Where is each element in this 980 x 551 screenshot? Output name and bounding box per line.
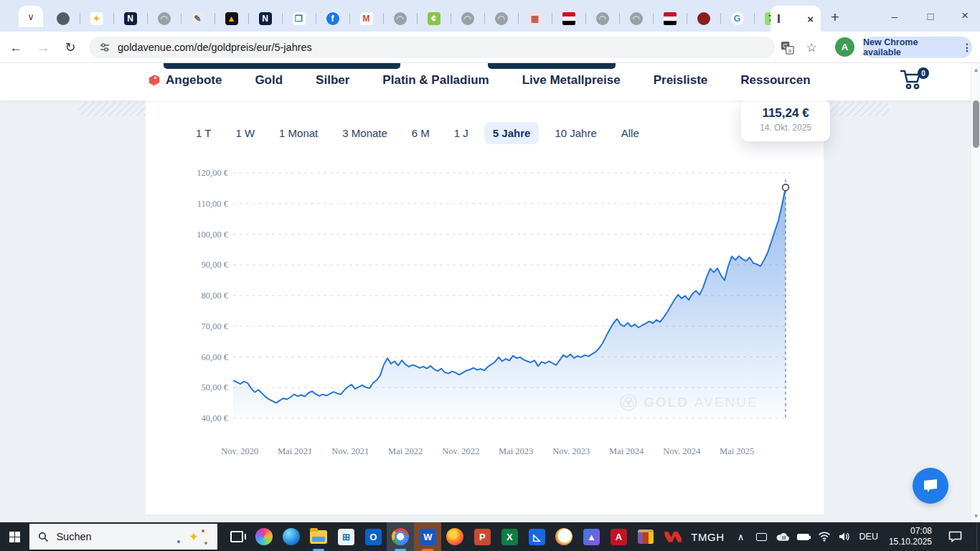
- notes-site-favicon: ✎: [192, 12, 204, 25]
- taskbar-snipping-tool-button[interactable]: ◺: [523, 522, 550, 551]
- tab-search-button[interactable]: ∨: [19, 6, 43, 27]
- windows-taskbar: Suchen ✦ ⊞OWPX◺▲A TMGH ∧ DEU 07:08 15: [0, 522, 980, 551]
- wifi-icon[interactable]: [818, 530, 831, 543]
- scrollbar-thumb[interactable]: [973, 100, 979, 148]
- shield-browser-icon: [555, 528, 573, 545]
- svg-text:Mai 2025: Mai 2025: [720, 446, 754, 456]
- tab-dark-red-site[interactable]: [687, 6, 720, 32]
- chevron-down-icon: ∨: [27, 11, 34, 22]
- tab-globe-site-3[interactable]: ◠: [451, 6, 484, 32]
- back-button[interactable]: ←: [6, 37, 26, 57]
- tab-globe-site-1[interactable]: ◠: [147, 6, 181, 32]
- nav-item-platin-palladium[interactable]: Platin & Palladium: [382, 73, 489, 88]
- taskbar-search[interactable]: Suchen ✦: [29, 524, 217, 550]
- word-icon: W: [420, 529, 436, 545]
- notification-center-button[interactable]: [943, 522, 967, 551]
- taskbar-clock[interactable]: 07:08 15.10.2025: [889, 526, 932, 547]
- taskbar-edge-button[interactable]: [278, 522, 305, 551]
- taskbar-microsoft-store-button[interactable]: ⊞: [332, 522, 359, 551]
- tab-navy-n-site[interactable]: N: [113, 6, 147, 32]
- bookmark-star-icon[interactable]: ☆: [802, 38, 821, 57]
- search-icon: [38, 532, 49, 542]
- taskbar-outlook-button[interactable]: O: [359, 522, 387, 551]
- tab-globe-site-6[interactable]: ◠: [619, 6, 653, 32]
- browser-menu-icon[interactable]: ⋮: [962, 42, 972, 53]
- nav-item-angebote[interactable]: Angebote: [147, 73, 222, 88]
- show-desktop-button[interactable]: [976, 522, 980, 551]
- taskbar-chrome-button[interactable]: [387, 522, 414, 551]
- tab-egypt-flag-site-2[interactable]: [653, 6, 687, 32]
- tab-egypt-flag-site-1[interactable]: [552, 6, 585, 32]
- gold-price-chart[interactable]: 120,00 €110,00 €100,00 €90,00 €80,00 €70…: [146, 100, 824, 514]
- start-button[interactable]: [0, 522, 29, 551]
- url-text[interactable]: goldavenue.com/de/goldpreis/eur/5-jahres: [118, 42, 312, 53]
- tab-google[interactable]: G: [720, 6, 754, 32]
- browser-tabstrip: ∨ ✦N◠✎▲N❐fM◠¢◠◠▦◠◠G7 × + – □ ×: [0, 0, 980, 32]
- nav-item-silber[interactable]: Silber: [316, 73, 349, 88]
- live-chat-button[interactable]: [913, 468, 948, 504]
- taskbar-task-view-button[interactable]: [223, 522, 250, 551]
- battery-icon[interactable]: [797, 530, 810, 543]
- tab-facebook[interactable]: f: [316, 6, 349, 32]
- taskbar-acrobat-button[interactable]: A: [605, 522, 632, 551]
- taskbar-excel-button[interactable]: X: [496, 522, 523, 551]
- tab-teal-window-site[interactable]: ❐: [282, 6, 316, 32]
- reload-button[interactable]: ↻: [60, 37, 80, 57]
- taskbar-word-button[interactable]: W: [414, 522, 441, 551]
- tab-globe-site-4[interactable]: ◠: [484, 6, 518, 32]
- excel-icon: X: [501, 529, 518, 545]
- tab-sparkle-site[interactable]: ✦: [80, 6, 113, 32]
- volume-icon[interactable]: [839, 530, 852, 543]
- profile-avatar[interactable]: A: [835, 37, 854, 57]
- onedrive-icon[interactable]: [776, 530, 789, 543]
- active-tab[interactable]: ×: [771, 6, 821, 32]
- tab-picture-site[interactable]: ▦: [518, 6, 552, 32]
- tray-chevron-icon[interactable]: ∧: [735, 530, 748, 543]
- tab-gmail[interactable]: M: [349, 6, 383, 32]
- taskbar-powerpoint-button[interactable]: P: [468, 522, 496, 551]
- cart-button[interactable]: 0: [899, 69, 928, 95]
- taskbar-file-explorer-button[interactable]: [305, 522, 332, 551]
- winrar-icon: [638, 529, 654, 544]
- globe-site-6-favicon: ◠: [630, 12, 643, 25]
- taskbar-photos-button[interactable]: ▲: [578, 522, 605, 551]
- tab-shield-site[interactable]: [46, 6, 80, 32]
- tab-globe-site-2[interactable]: ◠: [383, 6, 417, 32]
- powerpoint-icon: P: [474, 529, 491, 545]
- taskbar-copilot-button[interactable]: [250, 522, 278, 551]
- tab-navy-n-site-2[interactable]: N: [248, 6, 282, 32]
- cast-icon[interactable]: [755, 530, 768, 543]
- language-indicator[interactable]: DEU: [859, 532, 878, 542]
- taskbar-shield-browser-button[interactable]: [550, 522, 578, 551]
- tab-globe-site-5[interactable]: ◠: [585, 6, 619, 32]
- scroll-up-icon[interactable]: ▲: [971, 65, 980, 75]
- tab-notes-site[interactable]: ✎: [181, 6, 215, 32]
- window-minimize-button[interactable]: –: [878, 0, 911, 32]
- gmail-favicon: M: [360, 12, 373, 25]
- nav-item-preisliste[interactable]: Preisliste: [654, 73, 708, 88]
- site-header: AngeboteGoldSilberPlatin & PalladiumLive…: [0, 63, 980, 100]
- taskbar-firefox-button[interactable]: [441, 522, 468, 551]
- window-maximize-button[interactable]: □: [914, 0, 947, 32]
- tab-triangle-a-site[interactable]: ▲: [215, 6, 248, 32]
- close-tab-icon[interactable]: ×: [807, 13, 814, 25]
- nav-item-live-metallpreise[interactable]: Live Metallpreise: [522, 73, 621, 88]
- nav-item-gold[interactable]: Gold: [255, 73, 283, 88]
- copilot-icon: [255, 528, 273, 545]
- new-tab-button[interactable]: +: [825, 7, 845, 27]
- chrome-update-button[interactable]: New Chrome available ⋮: [863, 37, 972, 58]
- url-bar[interactable]: goldavenue.com/de/goldpreis/eur/5-jahres: [89, 37, 775, 58]
- window-close-button[interactable]: ×: [948, 0, 980, 32]
- browser-toolbar: ← → ↻ goldavenue.com/de/goldpreis/eur/5-…: [0, 32, 980, 63]
- scroll-down-icon[interactable]: ▼: [971, 511, 980, 521]
- taskbar-apps: ⊞OWPX◺▲A: [223, 522, 687, 551]
- translate-icon[interactable]: G a: [778, 38, 796, 57]
- taskbar-tmgh-app-button[interactable]: [659, 522, 687, 551]
- page-scrollbar[interactable]: ▲ ▼: [971, 63, 980, 522]
- taskbar-winrar-button[interactable]: [632, 522, 659, 551]
- header-banner-fragment: [164, 63, 400, 69]
- forward-button[interactable]: →: [33, 37, 53, 57]
- nav-item-ressourcen[interactable]: Ressourcen: [740, 73, 810, 88]
- tab-green-site[interactable]: ¢: [417, 6, 451, 32]
- tune-icon[interactable]: [99, 42, 110, 53]
